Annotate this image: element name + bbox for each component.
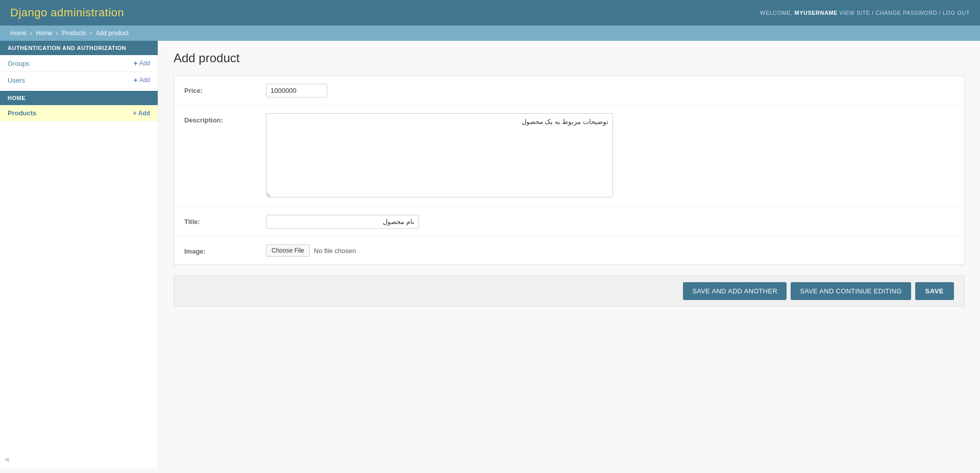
sidebar-item-groups[interactable]: Groups + Add	[0, 55, 158, 72]
save-button[interactable]: SAVE	[915, 282, 954, 300]
plus-icon: +	[133, 59, 137, 67]
description-field-wrapper: توضیحات مربوط به یک محصول	[266, 113, 954, 199]
user-tools: WELCOME, MYUSERNAME VIEW SITE / CHANGE P…	[760, 10, 970, 16]
title-field-wrapper	[266, 215, 954, 229]
main-container: Authentication and Authorization Groups …	[0, 41, 980, 469]
main-content: Add product Price: Description: توضیحات …	[158, 41, 980, 469]
choose-file-button[interactable]: Choose File	[266, 244, 310, 257]
products-add-link[interactable]: + Add	[133, 110, 150, 117]
plus-icon-products: +	[133, 110, 137, 117]
auth-section-header: Authentication and Authorization	[0, 41, 158, 55]
description-label: Description:	[184, 113, 266, 124]
submit-row: Save and add another Save and continue e…	[174, 276, 965, 307]
sep3: /	[939, 10, 943, 16]
breadcrumb: Home › Home › Products › Add product	[0, 26, 980, 41]
title-label: Title:	[184, 215, 266, 226]
image-label: Image:	[184, 244, 266, 255]
groups-add-link[interactable]: + Add	[133, 59, 150, 67]
title-input[interactable]	[266, 215, 419, 229]
save-and-add-another-button[interactable]: Save and add another	[683, 282, 787, 300]
breadcrumb-products[interactable]: Products	[62, 30, 86, 37]
breadcrumb-home2[interactable]: Home	[36, 30, 53, 37]
price-input[interactable]	[266, 84, 327, 97]
image-field-wrapper: Choose File No file chosen	[266, 244, 954, 257]
price-label: Price:	[184, 84, 266, 94]
users-add-link[interactable]: + Add	[133, 76, 150, 84]
price-field-wrapper	[266, 84, 954, 97]
file-input-wrapper: Choose File No file chosen	[266, 244, 954, 257]
breadcrumb-sep2: ›	[56, 30, 60, 37]
breadcrumb-sep3: ›	[90, 30, 93, 37]
groups-add-label: Add	[139, 60, 150, 67]
users-add-label: Add	[139, 77, 150, 84]
sidebar-collapse-btn[interactable]: «	[5, 455, 10, 464]
site-brand: Django administration	[10, 6, 124, 19]
plus-icon-users: +	[133, 76, 137, 84]
view-site-link[interactable]: VIEW SITE	[840, 10, 870, 16]
welcome-text: WELCOME,	[760, 10, 793, 16]
product-form: Price: Description: توضیحات مربوط به یک …	[174, 76, 965, 265]
sidebar-item-users[interactable]: Users + Add	[0, 72, 158, 89]
groups-link[interactable]: Groups	[8, 60, 30, 67]
save-and-continue-button[interactable]: Save and continue editing	[791, 282, 911, 300]
users-link[interactable]: Users	[8, 77, 25, 84]
products-add-label: Add	[138, 110, 150, 117]
description-row: Description: توضیحات مربوط به یک محصول	[174, 106, 964, 207]
change-password-link[interactable]: CHANGE PASSWORD	[875, 10, 937, 16]
sidebar: Authentication and Authorization Groups …	[0, 41, 158, 469]
breadcrumb-home1[interactable]: Home	[10, 30, 27, 37]
home-section-header: Home	[0, 91, 158, 105]
price-row: Price:	[174, 76, 964, 106]
no-file-label: No file chosen	[314, 247, 356, 255]
image-row: Image: Choose File No file chosen	[174, 237, 964, 265]
breadcrumb-current: Add product	[95, 30, 129, 37]
sidebar-item-products[interactable]: Products + Add	[0, 105, 158, 121]
log-out-link[interactable]: LOG OUT	[943, 10, 970, 16]
page-title: Add product	[174, 51, 965, 65]
username: MYUSERNAME	[794, 10, 837, 16]
header: Django administration WELCOME, MYUSERNAM…	[0, 0, 980, 26]
description-textarea[interactable]: توضیحات مربوط به یک محصول	[266, 113, 613, 197]
products-link[interactable]: Products	[8, 109, 36, 117]
title-row: Title:	[174, 207, 964, 237]
breadcrumb-sep1: ›	[30, 30, 34, 37]
